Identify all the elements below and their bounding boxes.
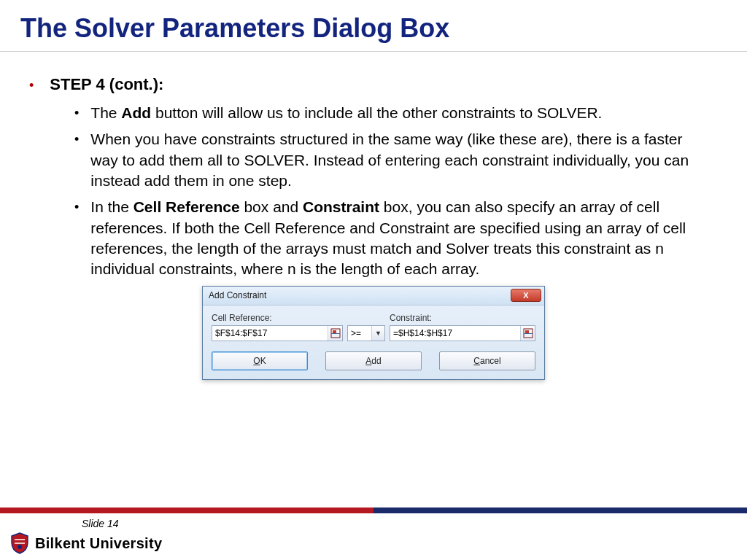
university-name: Bilkent University [35, 535, 162, 552]
range-picker-icon [523, 328, 533, 338]
bullet-icon: • [74, 197, 79, 217]
svg-rect-2 [331, 333, 340, 334]
footer-stripe [0, 508, 747, 513]
list-item: • In the Cell Reference box and Constrai… [74, 197, 706, 279]
step-heading: • STEP 4 (cont.): [41, 75, 706, 96]
bullet-icon: • [74, 103, 79, 123]
dialog-title: Add Constraint [209, 290, 266, 300]
cell-reference-label: Cell Reference: [212, 313, 349, 323]
university-logo: Bilkent University [10, 532, 162, 554]
list-item: • The Add button will allow us to includ… [74, 103, 706, 123]
add-button[interactable]: Add [325, 351, 422, 370]
dropdown-button[interactable]: ▼ [371, 326, 384, 341]
cancel-button[interactable]: Cancel [439, 351, 535, 370]
list-item: • When you have constraints structured i… [74, 129, 706, 191]
range-picker-icon [330, 328, 341, 338]
slide-footer: Slide 14 Bilkent University [0, 508, 747, 560]
range-picker-button[interactable] [520, 326, 535, 341]
close-icon: X [523, 291, 528, 300]
close-button[interactable]: X [511, 289, 541, 302]
operator-select[interactable]: >= ▼ [347, 325, 385, 341]
bullet-text: When you have constraints structured in … [90, 129, 706, 191]
operator-value: >= [348, 328, 371, 338]
bullet-icon: • [29, 75, 34, 96]
bullet-icon: • [74, 129, 79, 149]
bullet-text: In the Cell Reference box and Constraint… [90, 197, 706, 279]
svg-point-6 [18, 545, 22, 549]
slide-number: Slide 14 [82, 518, 119, 529]
content-area: • STEP 4 (cont.): • The Add button will … [0, 52, 747, 380]
ok-button[interactable]: OK [212, 351, 308, 370]
chevron-down-icon: ▼ [375, 330, 382, 337]
constraint-field[interactable] [390, 326, 520, 341]
svg-rect-5 [524, 333, 533, 334]
range-picker-button[interactable] [328, 326, 342, 341]
step-label: STEP 4 (cont.): [50, 75, 163, 94]
bullet-text: The Add button will allow us to include … [90, 103, 706, 123]
dialog-titlebar: Add Constraint X [203, 287, 544, 306]
constraint-label: Constraint: [390, 313, 535, 323]
cell-reference-input[interactable] [212, 325, 343, 341]
cell-reference-field[interactable] [212, 326, 328, 341]
sub-bullet-list: • The Add button will allow us to includ… [74, 103, 706, 280]
slide-title: The Solver Parameters Dialog Box [0, 0, 747, 52]
add-constraint-dialog: Add Constraint X Cell Reference: Constra… [202, 286, 545, 380]
shield-icon [10, 532, 29, 554]
constraint-input[interactable] [390, 325, 535, 341]
